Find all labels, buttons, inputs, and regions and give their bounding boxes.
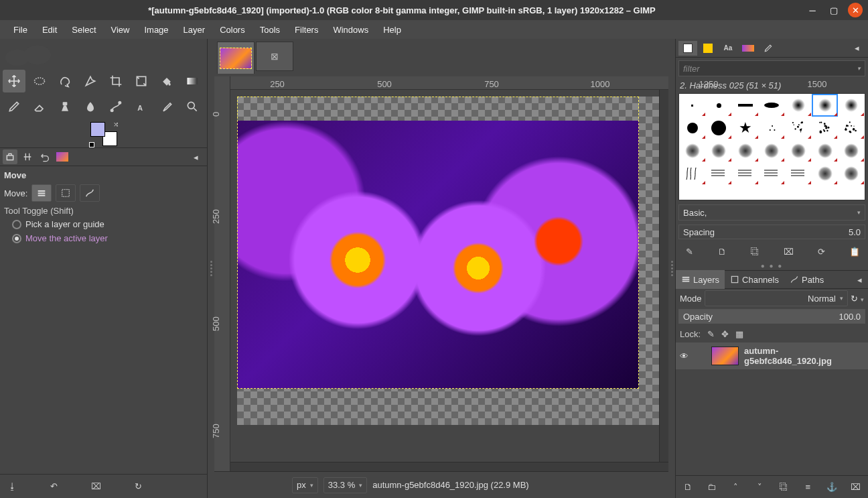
brush-item[interactable] bbox=[838, 139, 865, 162]
brush-item[interactable] bbox=[812, 94, 839, 117]
move-layer-button[interactable] bbox=[31, 184, 52, 202]
merge-down-icon[interactable]: ≡ bbox=[800, 479, 816, 495]
menu-tools[interactable]: Tools bbox=[253, 22, 287, 38]
mode-dropdown[interactable]: Normal▾ bbox=[705, 290, 848, 306]
lower-layer-icon[interactable]: ˅ bbox=[752, 479, 768, 495]
gradients-tab[interactable] bbox=[739, 41, 757, 56]
swap-colors-icon[interactable]: ⤭ bbox=[113, 121, 119, 128]
pencil-tool[interactable] bbox=[3, 95, 25, 118]
move-active-radio[interactable] bbox=[12, 234, 21, 243]
brush-item[interactable] bbox=[679, 117, 706, 139]
brush-item[interactable]: ★ bbox=[732, 117, 759, 139]
channels-tab[interactable]: Channels bbox=[725, 270, 784, 289]
free-select-tool[interactable] bbox=[54, 70, 76, 92]
brush-item[interactable] bbox=[838, 117, 865, 139]
menu-file[interactable]: File bbox=[7, 22, 34, 38]
anchor-layer-icon[interactable]: ⚓ bbox=[824, 479, 840, 495]
vertical-ruler[interactable]: 0250500750 bbox=[214, 76, 230, 471]
layer-name[interactable]: autumn-g5ebfc8d46_1920.jpg bbox=[744, 346, 864, 366]
edit-brush-icon[interactable]: ✎ bbox=[681, 243, 697, 259]
open-brush-icon[interactable]: 📋 bbox=[847, 243, 863, 259]
lock-position-icon[interactable]: ✥ bbox=[721, 329, 729, 339]
unit-dropdown[interactable]: px▾ bbox=[292, 477, 318, 493]
visibility-icon[interactable]: 👁 bbox=[680, 351, 689, 361]
patterns-tab[interactable] bbox=[699, 41, 717, 56]
menu-view[interactable]: View bbox=[104, 22, 137, 38]
menu-filters[interactable]: Filters bbox=[288, 22, 325, 38]
clone-tool[interactable] bbox=[54, 95, 76, 118]
canvas[interactable] bbox=[230, 90, 659, 462]
brush-item[interactable] bbox=[812, 117, 839, 139]
brush-item[interactable] bbox=[732, 139, 759, 162]
menu-select[interactable]: Select bbox=[65, 22, 102, 38]
raise-layer-icon[interactable]: ˄ bbox=[728, 479, 744, 495]
brush-item[interactable] bbox=[838, 162, 865, 185]
brush-item[interactable] bbox=[679, 162, 706, 185]
brush-item[interactable] bbox=[785, 162, 812, 185]
image-tab-close[interactable]: ⊠ bbox=[256, 42, 293, 71]
brush-item[interactable] bbox=[706, 117, 733, 139]
image-tab-1[interactable] bbox=[217, 42, 255, 74]
lock-pixels-icon[interactable]: ✎ bbox=[707, 329, 715, 339]
move-path-button[interactable] bbox=[80, 184, 100, 202]
brush-item[interactable] bbox=[679, 139, 706, 162]
brush-item[interactable] bbox=[785, 117, 812, 139]
paths-tool[interactable] bbox=[104, 95, 127, 118]
layers-tab[interactable]: Layers bbox=[676, 270, 725, 289]
brush-item[interactable] bbox=[759, 139, 786, 162]
collapse-dock-icon[interactable]: ◂ bbox=[194, 152, 204, 162]
collapse-dock-icon[interactable]: ◂ bbox=[855, 43, 865, 53]
duplicate-layer-icon[interactable]: ⿻ bbox=[776, 479, 792, 495]
tool-options-tab[interactable] bbox=[3, 149, 17, 164]
transform-tool[interactable] bbox=[130, 70, 153, 92]
brush-preset-dropdown[interactable]: Basic,▾ bbox=[678, 204, 865, 221]
foreground-color-swatch[interactable] bbox=[90, 122, 105, 137]
crop-tool[interactable] bbox=[104, 70, 127, 92]
menu-windows[interactable]: Windows bbox=[326, 22, 375, 38]
close-button[interactable]: ✕ bbox=[848, 3, 863, 17]
brush-item[interactable] bbox=[812, 139, 839, 162]
brushes-tab[interactable] bbox=[678, 41, 697, 56]
pick-layer-radio[interactable] bbox=[12, 220, 21, 229]
ellipse-select-tool[interactable] bbox=[28, 70, 51, 92]
gradient-tool[interactable] bbox=[181, 70, 204, 92]
brush-item[interactable] bbox=[838, 94, 865, 117]
default-colors-icon[interactable] bbox=[89, 142, 94, 147]
opacity-slider[interactable]: Opacity100.0 bbox=[678, 309, 865, 324]
new-group-icon[interactable]: 🗀 bbox=[704, 479, 720, 495]
menu-colors[interactable]: Colors bbox=[213, 22, 252, 38]
lock-alpha-icon[interactable]: ▦ bbox=[735, 329, 743, 339]
brush-item[interactable] bbox=[785, 139, 812, 162]
brush-item[interactable]: ∴ bbox=[759, 117, 786, 139]
menu-help[interactable]: Help bbox=[376, 22, 408, 38]
menu-image[interactable]: Image bbox=[137, 22, 175, 38]
reset-preset-icon[interactable]: ↻ bbox=[135, 481, 142, 491]
images-tab[interactable] bbox=[55, 149, 70, 164]
delete-preset-icon[interactable]: ⌧ bbox=[91, 481, 101, 491]
dock-grip-right[interactable] bbox=[668, 39, 675, 498]
fonts-tab[interactable]: Aa bbox=[719, 41, 737, 56]
move-tool[interactable] bbox=[3, 70, 25, 92]
save-preset-icon[interactable]: ⭳ bbox=[8, 481, 17, 491]
color-picker-tool[interactable] bbox=[155, 95, 178, 118]
paintbrush-tab[interactable] bbox=[759, 41, 778, 56]
refresh-brush-icon[interactable]: ⟳ bbox=[814, 243, 830, 259]
fuzzy-select-tool[interactable] bbox=[79, 70, 102, 92]
duplicate-brush-icon[interactable]: ⿻ bbox=[747, 243, 764, 259]
brush-item[interactable] bbox=[706, 162, 733, 185]
mode-reset-icon[interactable]: ↻ bbox=[851, 294, 858, 304]
collapse-dock-icon[interactable]: ◂ bbox=[857, 275, 868, 285]
brush-item[interactable] bbox=[732, 94, 759, 117]
horizontal-scrollbar[interactable] bbox=[230, 462, 668, 471]
brush-item[interactable] bbox=[706, 94, 733, 117]
dock-separator[interactable]: ● ● ● bbox=[676, 262, 868, 270]
delete-brush-icon[interactable]: ⌧ bbox=[780, 243, 796, 259]
bucket-fill-tool[interactable] bbox=[155, 70, 178, 92]
new-brush-icon[interactable]: 🗋 bbox=[714, 243, 730, 259]
eraser-tool[interactable] bbox=[28, 95, 51, 118]
mode-menu-icon[interactable]: ▾ bbox=[861, 294, 864, 304]
brush-item[interactable] bbox=[785, 94, 812, 117]
vertical-scrollbar[interactable] bbox=[659, 90, 668, 462]
brush-item[interactable] bbox=[679, 94, 706, 117]
move-selection-button[interactable] bbox=[56, 184, 76, 202]
